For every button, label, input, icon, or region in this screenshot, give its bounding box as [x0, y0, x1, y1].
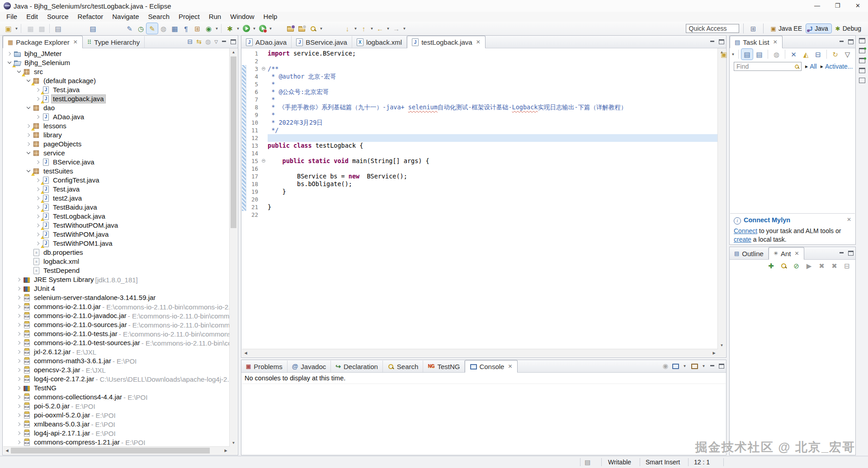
create-link[interactable]: create: [734, 236, 751, 243]
expand-chevron-icon[interactable]: [15, 430, 23, 437]
scroll-right-icon[interactable]: ▶: [710, 349, 718, 357]
code-text[interactable]: * 2022年3月29日: [268, 119, 718, 126]
tree-item[interactable]: TestWithPOM1.java: [3, 239, 230, 248]
code-text[interactable]: [268, 134, 718, 142]
open-task-icon[interactable]: ▤: [87, 23, 99, 34]
console-tab-testng[interactable]: NGTestNG: [423, 360, 465, 372]
tree-item[interactable]: JRE System Library [jdk1.8.0_181]: [3, 275, 230, 284]
next-annotation-icon[interactable]: ↓: [342, 23, 353, 34]
focus-workweek-icon[interactable]: ◭: [800, 49, 811, 60]
dropdown-icon[interactable]: ▼: [353, 27, 358, 31]
tree-item[interactable]: Test.java: [3, 85, 230, 94]
collapse-chevron-icon[interactable]: [25, 150, 33, 157]
synchronize-icon[interactable]: ↻: [830, 49, 841, 60]
code-editor[interactable]: 1import service.BService;23/**4 * @autho…: [242, 48, 718, 349]
tree-item[interactable]: JUnit 4: [3, 284, 230, 293]
tree-item[interactable]: BService.java: [3, 158, 230, 167]
save-all-icon[interactable]: ▩: [36, 23, 47, 34]
scrollbar-thumb[interactable]: [11, 448, 210, 454]
collapse-all-icon[interactable]: ⊟: [841, 260, 853, 271]
scroll-left-icon[interactable]: ◀: [3, 447, 11, 454]
collapse-chevron-icon[interactable]: [25, 104, 33, 112]
coverage-icon[interactable]: [257, 23, 268, 34]
code-text[interactable]: * 《手把手教你》系列基础篇（九十一）-java+ selenium自动化测试-…: [268, 103, 718, 111]
expand-chevron-icon[interactable]: [15, 321, 23, 329]
dropdown-icon[interactable]: ▼: [386, 27, 391, 31]
tree-item[interactable]: log4j-core-2.17.2.jar - C:\Users\DELL\Do…: [3, 374, 230, 384]
expand-chevron-icon[interactable]: [15, 276, 23, 284]
open-resource-icon[interactable]: [296, 23, 307, 34]
tree-item[interactable]: (default package): [3, 76, 230, 85]
tree-item[interactable]: jxl-2.6.12.jar - E:\JXL: [3, 347, 230, 356]
find-input[interactable]: Find: [734, 62, 802, 71]
last-edit-arrow-icon[interactable]: ↑: [358, 23, 369, 34]
tree-item[interactable]: commons-math3-3.6.1.jar - E:\POI: [3, 356, 230, 365]
close-window-button[interactable]: ✕: [848, 0, 868, 12]
tree-item[interactable]: commons-io-2.11.0-javadoc.jar - E:\commo…: [3, 311, 230, 320]
code-text[interactable]: */: [268, 126, 718, 134]
expand-chevron-icon[interactable]: [34, 113, 42, 121]
code-text[interactable]: }: [268, 203, 718, 211]
expand-chevron-icon[interactable]: [15, 393, 23, 401]
expand-chevron-icon[interactable]: [15, 348, 23, 356]
scroll-down-icon[interactable]: ▼: [230, 439, 237, 447]
scroll-up-icon[interactable]: ▲: [230, 48, 237, 56]
tree-item[interactable]: log4j-api-2.17.1.jar - E:\POI: [3, 429, 230, 438]
expand-icon[interactable]: ▶: [805, 65, 808, 69]
dropdown-icon[interactable]: ▼: [236, 27, 241, 31]
minimized-view-icon[interactable]: [859, 68, 865, 73]
perspective-java-ee[interactable]: ▣Java EE: [768, 24, 805, 33]
dropdown-icon[interactable]: ▼: [268, 27, 273, 31]
editor-hscrollbar[interactable]: ◀ ▶: [242, 349, 718, 357]
code-text[interactable]: [268, 196, 718, 203]
expand-chevron-icon[interactable]: [15, 384, 23, 392]
code-text[interactable]: *: [268, 111, 718, 119]
console-tab-javadoc[interactable]: @Javadoc: [288, 360, 331, 372]
pin-console-icon[interactable]: ◉: [663, 363, 668, 369]
menu-run[interactable]: Run: [204, 12, 226, 22]
tree-item[interactable]: ConfigTest.java: [3, 176, 230, 185]
code-text[interactable]: public static void main(String[] args) {: [268, 157, 718, 165]
code-text[interactable]: public class testLogback {: [268, 142, 718, 150]
new-task-icon[interactable]: ▣: [718, 49, 730, 60]
new-package-icon[interactable]: ⊞: [192, 23, 203, 34]
expand-chevron-icon[interactable]: [25, 140, 33, 148]
tree-item[interactable]: testSuites: [3, 167, 230, 176]
tree-item[interactable]: TestWithPOM.java: [3, 230, 230, 239]
minimize-icon[interactable]: [839, 251, 844, 256]
hide-completed-icon[interactable]: ✕: [788, 49, 799, 60]
maximize-icon[interactable]: [848, 251, 854, 256]
package-explorer-vscrollbar[interactable]: ▲ ▼: [229, 48, 237, 447]
forward-icon[interactable]: →: [391, 23, 402, 34]
console-tab-problems[interactable]: ▣Problems: [241, 360, 288, 372]
close-icon[interactable]: ✕: [794, 250, 799, 257]
tree-item[interactable]: TestNG: [3, 384, 230, 393]
tree-item[interactable]: TestLogback.java: [3, 212, 230, 221]
display-console-icon[interactable]: [672, 363, 679, 369]
menu-window[interactable]: Window: [226, 12, 259, 22]
connect-link[interactable]: Connect: [734, 227, 757, 234]
expand-chevron-icon[interactable]: [15, 439, 23, 446]
tree-item[interactable]: db.properties: [3, 248, 230, 257]
show-whitespace-icon[interactable]: ¶: [180, 23, 192, 34]
menu-source[interactable]: Source: [42, 12, 73, 22]
console-tab-declaration[interactable]: ↪Declaration: [331, 360, 383, 372]
tree-item[interactable]: Test.java: [3, 185, 230, 194]
code-text[interactable]: BService bs = new BService();: [268, 173, 718, 180]
add-buildfile-icon[interactable]: ✚: [765, 260, 777, 271]
code-text[interactable]: import service.BService;: [268, 50, 718, 57]
editor-tab-logback-xml[interactable]: Xlogback.xml: [352, 36, 407, 48]
scheduled-icon[interactable]: ▤: [754, 49, 765, 60]
maximize-window-button[interactable]: ❐: [827, 0, 848, 12]
minimized-view-icon[interactable]: [859, 78, 865, 83]
code-text[interactable]: }: [268, 188, 718, 196]
debug-icon[interactable]: ✱: [224, 23, 236, 34]
tab-package-explorer[interactable]: ▦Package Explorer✕: [3, 36, 83, 48]
scrollbar-thumb[interactable]: [231, 56, 236, 228]
expand-chevron-icon[interactable]: [34, 159, 42, 166]
expand-chevron-icon[interactable]: [25, 131, 33, 139]
remove-all-icon[interactable]: ✖: [829, 260, 840, 271]
save-icon[interactable]: ▦: [25, 23, 36, 34]
expand-chevron-icon[interactable]: [15, 339, 23, 347]
minimize-icon[interactable]: [710, 364, 715, 369]
